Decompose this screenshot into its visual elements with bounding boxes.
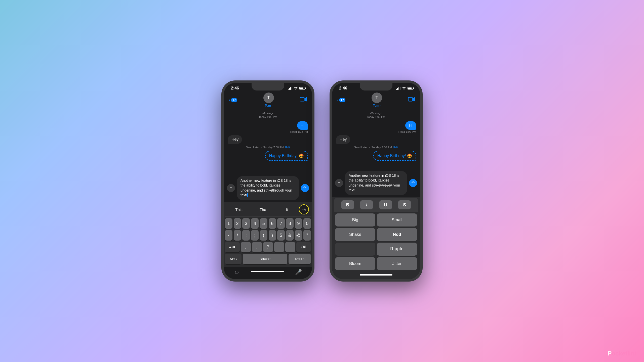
back-badge-left: 17 — [231, 98, 237, 102]
suggestion-the[interactable]: The — [251, 206, 275, 213]
wifi-icon-right — [402, 87, 406, 90]
svg-rect-1 — [300, 97, 304, 101]
back-button-right[interactable]: ‹ 17 — [337, 97, 345, 103]
bubble-hey-left: Hey — [228, 135, 242, 144]
svg-point-0 — [296, 89, 296, 90]
key-exclaim[interactable]: ! — [274, 242, 284, 252]
key-abc[interactable]: ABC — [225, 254, 242, 264]
video-button-left[interactable] — [300, 97, 307, 104]
formatting-keyboard-right: B I U S Big Small Shake Nod Ripple Bloom… — [332, 197, 420, 279]
key-colon[interactable]: : — [242, 230, 250, 241]
plus-button-left[interactable]: + — [227, 184, 235, 192]
bold-text: bold — [369, 178, 376, 182]
key-1[interactable]: 1 — [225, 218, 232, 229]
key-slash[interactable]: / — [234, 230, 241, 241]
read-receipt-left: Read 1:02 PM — [290, 130, 308, 133]
key-more-symbols[interactable]: #+= — [225, 242, 240, 252]
underline-format-button[interactable]: U — [379, 200, 392, 209]
suggestion-it[interactable]: It — [275, 206, 299, 213]
key-return[interactable]: return — [289, 254, 311, 264]
key-openparen[interactable]: ( — [260, 230, 267, 241]
effect-bloom[interactable]: Bloom — [335, 257, 375, 270]
home-indicator-left — [251, 271, 284, 272]
keyboard-left: This The It =A 1 2 3 4 5 6 7 8 — [224, 202, 312, 267]
key-minus[interactable]: - — [225, 230, 232, 241]
key-3[interactable]: 3 — [242, 218, 250, 229]
send-later-label-left: Send Later · Sunday 7:00 PM Edit — [228, 146, 308, 149]
effect-jitter[interactable]: Jitter — [377, 257, 417, 270]
effect-nod[interactable]: Nod — [377, 228, 417, 241]
send-button-right[interactable] — [409, 179, 417, 187]
key-2[interactable]: 2 — [234, 218, 241, 229]
bold-format-button[interactable]: B — [341, 200, 354, 209]
contact-center-right[interactable]: T Tom › — [372, 93, 382, 107]
key-backspace[interactable]: ⌫ — [296, 242, 311, 252]
watermark-p: P — [608, 350, 612, 357]
svg-rect-4 — [408, 97, 413, 101]
key-dollar[interactable]: $ — [277, 230, 285, 241]
scheduled-message-right: Happy Birthday! 🤩 — [336, 151, 416, 161]
effect-big[interactable]: Big — [335, 213, 375, 227]
received-message-hey-right: Hey — [336, 135, 416, 144]
effect-small[interactable]: Small — [377, 213, 417, 227]
screen-left: 2:46 ‹ — [224, 83, 312, 279]
effect-empty — [335, 243, 375, 256]
wifi-icon-left — [294, 87, 298, 90]
key-space[interactable]: space — [243, 254, 287, 264]
key-6[interactable]: 6 — [269, 218, 276, 229]
key-closeparen[interactable]: ) — [269, 230, 276, 241]
key-at[interactable]: @ — [295, 230, 302, 241]
battery-icon-left — [299, 87, 305, 90]
key-5[interactable]: 5 — [260, 218, 267, 229]
key-ampersand[interactable]: & — [286, 230, 294, 241]
timestamp-right: iMessage Today 1:02 PM — [336, 111, 416, 119]
effect-ripple[interactable]: Ripple — [377, 243, 417, 256]
mic-icon-left[interactable]: 🎤 — [295, 269, 302, 276]
italic-format-button[interactable]: I — [360, 200, 373, 209]
video-button-right[interactable] — [408, 97, 415, 104]
received-message-hey-left: Hey — [228, 135, 308, 144]
suggestion-this[interactable]: This — [227, 206, 251, 213]
key-apostrophe[interactable]: ' — [285, 242, 295, 252]
screen-right: 2:46 ‹ — [332, 83, 420, 279]
key-row-symbols2: #+= . , ? ! ' ⌫ — [225, 242, 311, 252]
notch-left — [252, 83, 284, 90]
key-period[interactable]: . — [241, 242, 251, 252]
send-button-left[interactable] — [301, 184, 309, 192]
key-8[interactable]: 8 — [286, 218, 294, 229]
key-4[interactable]: 4 — [251, 218, 259, 229]
ripple-text: Ripple — [390, 246, 404, 252]
sent-message-hi-right: Hi Read 1:02 PM — [336, 121, 416, 133]
contact-center-left[interactable]: T Tom › — [263, 93, 274, 107]
back-button-left[interactable]: ‹ 17 — [229, 97, 237, 103]
svg-marker-2 — [305, 97, 307, 101]
status-icons-right — [396, 87, 413, 90]
format-button-left[interactable]: =A — [299, 204, 309, 214]
text-input-left[interactable]: Another new feature in iOS 18 is the abi… — [237, 176, 299, 200]
key-9[interactable]: 9 — [295, 218, 302, 229]
key-comma[interactable]: , — [252, 242, 262, 252]
avatar-right: T — [372, 93, 382, 103]
message-area-left: iMessage Today 1:02 PM Hi Read 1:02 PM H… — [224, 109, 312, 174]
key-0[interactable]: 0 — [303, 218, 311, 229]
back-badge-right: 17 — [339, 98, 345, 102]
key-semicolon[interactable]: ; — [251, 230, 259, 241]
key-7[interactable]: 7 — [277, 218, 285, 229]
bubble-scheduled-left: Happy Birthday! 🤩 — [265, 151, 308, 161]
key-row-symbols1: - / : ; ( ) $ & @ " — [225, 230, 311, 241]
strikethrough-format-button[interactable]: S — [398, 200, 411, 209]
nav-bar-left: ‹ 17 T Tom › — [224, 92, 312, 109]
key-quote[interactable]: " — [303, 230, 311, 241]
contact-name-left: Tom › — [265, 104, 272, 107]
watermark: Pocketlint — [608, 350, 636, 357]
plus-button-right[interactable]: + — [335, 179, 343, 187]
input-area-right: + Another new feature in iOS 18 is the a… — [332, 169, 420, 197]
contact-name-right: Tom › — [373, 104, 381, 107]
text-input-right[interactable]: Another new feature in iOS 18 is the abi… — [345, 171, 407, 195]
signal-icon-right — [396, 87, 400, 90]
effect-shake[interactable]: Shake — [335, 228, 375, 241]
effects-grid: Big Small Shake Nod Ripple Bloom Jitter — [333, 212, 419, 272]
key-question[interactable]: ? — [263, 242, 273, 252]
cursor-left — [247, 193, 248, 197]
emoji-icon-left[interactable]: ☺ — [234, 269, 239, 276]
